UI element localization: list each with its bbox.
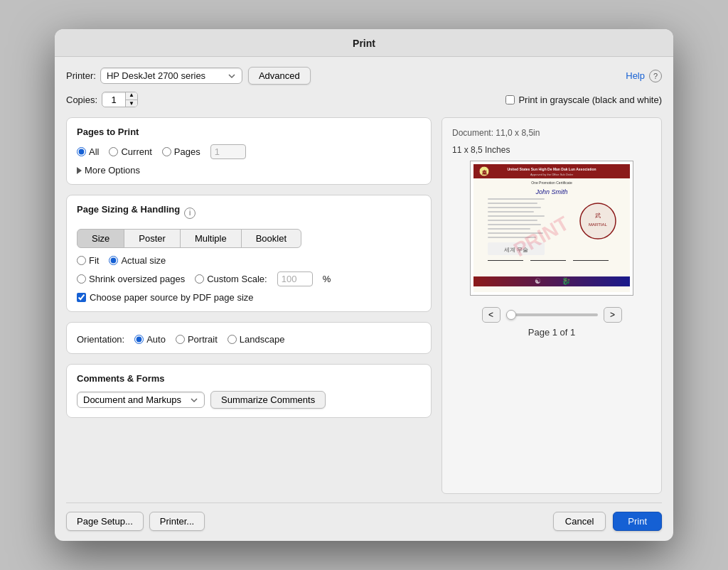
fit-option[interactable]: Fit xyxy=(77,255,99,266)
page-sizing-section: Page Sizing & Handling i Size Poster Mul… xyxy=(66,195,432,312)
svg-rect-15 xyxy=(488,228,530,230)
svg-text:One Promotion Certificate: One Promotion Certificate xyxy=(531,181,572,185)
auto-label: Auto xyxy=(146,334,166,345)
printer-select[interactable]: HP DeskJet 2700 series xyxy=(100,68,242,84)
portrait-radio[interactable] xyxy=(176,335,185,344)
choose-paper-label: Choose paper source by PDF page size xyxy=(90,292,254,303)
svg-rect-11 xyxy=(488,211,534,213)
fit-radio[interactable] xyxy=(77,256,86,265)
landscape-option[interactable]: Landscape xyxy=(228,334,285,345)
actual-size-option[interactable]: Actual size xyxy=(109,255,166,266)
svg-rect-1 xyxy=(473,164,630,178)
actual-size-label: Actual size xyxy=(121,255,166,266)
copies-stepper: ▲ ▼ xyxy=(125,92,137,107)
svg-rect-9 xyxy=(488,203,537,204)
copies-input[interactable] xyxy=(102,95,125,105)
dialog-titlebar: Print xyxy=(55,29,673,57)
tab-multiple[interactable]: Multiple xyxy=(180,229,242,248)
more-options-label: More Options xyxy=(85,165,140,176)
shrink-scale-row: Shrink oversized pages Custom Scale: % xyxy=(77,271,421,286)
pages-to-print-section: Pages to Print All Current Pages xyxy=(66,117,432,185)
pages-radio[interactable] xyxy=(162,147,171,156)
help-link[interactable]: Help xyxy=(626,70,645,81)
tab-booklet[interactable]: Booklet xyxy=(241,229,301,248)
sizing-options: Fit Actual size Shrink oversized pages xyxy=(77,255,421,303)
all-option[interactable]: All xyxy=(77,146,99,157)
all-radio[interactable] xyxy=(77,147,86,156)
page-info: Page 1 of 1 xyxy=(528,327,576,338)
bottom-left: Page Setup... Printer... xyxy=(66,512,205,531)
custom-scale-radio[interactable] xyxy=(195,274,204,284)
summarize-comments-button[interactable]: Summarize Comments xyxy=(210,391,326,409)
choose-paper-checkbox[interactable] xyxy=(77,293,86,302)
svg-rect-14 xyxy=(488,224,541,225)
current-label: Current xyxy=(121,146,151,157)
svg-rect-13 xyxy=(488,220,537,221)
portrait-option[interactable]: Portrait xyxy=(176,334,218,345)
help-icon[interactable]: ? xyxy=(649,70,662,82)
svg-rect-10 xyxy=(488,207,541,208)
advanced-button[interactable]: Advanced xyxy=(248,67,311,85)
page-setup-button[interactable]: Page Setup... xyxy=(66,512,144,531)
top-bar: Printer: HP DeskJet 2700 series Advanced… xyxy=(66,67,662,85)
scale-input[interactable] xyxy=(277,271,313,286)
shrink-label: Shrink oversized pages xyxy=(89,274,185,284)
tab-poster[interactable]: Poster xyxy=(124,229,181,248)
portrait-label: Portrait xyxy=(188,334,218,345)
orientation-label: Orientation: xyxy=(77,334,124,345)
cancel-button[interactable]: Cancel xyxy=(553,512,606,531)
copies-decrement[interactable]: ▼ xyxy=(126,100,137,108)
svg-text:United States Sun High De Man : United States Sun High De Man Dak Lun As… xyxy=(507,167,596,171)
shrink-radio[interactable] xyxy=(77,274,86,284)
percent-label: % xyxy=(323,274,331,284)
bottom-bar: Page Setup... Printer... Cancel Print xyxy=(66,502,662,531)
auto-radio[interactable] xyxy=(134,335,144,344)
more-options[interactable]: More Options xyxy=(77,165,421,176)
dialog-body: Printer: HP DeskJet 2700 series Advanced… xyxy=(55,57,673,541)
comments-select[interactable]: Document and Markups Document Form Field… xyxy=(77,392,205,408)
landscape-radio[interactable] xyxy=(228,335,237,344)
copies-increment[interactable]: ▲ xyxy=(126,92,137,100)
left-panel: Pages to Print All Current Pages xyxy=(66,117,432,494)
preview-panel: Document: 11,0 x 8,5in 11 x 8,5 Inches 鑫… xyxy=(441,117,662,494)
grayscale-label[interactable]: Print in grayscale (black and white) xyxy=(505,95,662,105)
svg-text:☯: ☯ xyxy=(535,277,541,285)
grayscale-checkbox[interactable] xyxy=(505,95,515,104)
comments-row: Document and Markups Document Form Field… xyxy=(77,391,421,409)
pages-radio-row: All Current Pages xyxy=(77,144,421,159)
comments-forms-title: Comments & Forms xyxy=(77,373,421,384)
orientation-section: Orientation: Auto Portrait Landscape xyxy=(66,322,432,354)
svg-text:John Smith: John Smith xyxy=(535,188,567,195)
dialog-title: Print xyxy=(353,38,375,49)
svg-text:Approved by the Office Sub Ord: Approved by the Office Sub Order xyxy=(530,173,574,176)
print-button[interactable]: Print xyxy=(613,512,662,531)
page-sizing-info-icon[interactable]: i xyxy=(184,208,196,219)
svg-rect-29 xyxy=(573,260,609,261)
pages-option[interactable]: Pages xyxy=(162,146,200,157)
svg-text:鑫: 鑫 xyxy=(482,169,488,175)
printer-button[interactable]: Printer... xyxy=(149,512,205,531)
current-option[interactable]: Current xyxy=(109,146,151,157)
page-sizing-title-row: Page Sizing & Handling i xyxy=(77,204,421,222)
main-content: Pages to Print All Current Pages xyxy=(66,117,662,494)
page-slider[interactable] xyxy=(506,313,598,316)
shrink-option[interactable]: Shrink oversized pages xyxy=(77,274,185,284)
fit-label: Fit xyxy=(89,255,99,266)
pages-number-input[interactable] xyxy=(210,144,246,159)
preview-size-label: 11 x 8,5 Inches xyxy=(452,145,510,155)
printer-label: Printer: xyxy=(66,70,96,81)
preview-image: 鑫 United States Sun High De Man Dak Lun … xyxy=(470,161,633,296)
bottom-right: Cancel Print xyxy=(553,512,662,531)
svg-text:MARTIAL: MARTIAL xyxy=(589,222,608,227)
auto-option[interactable]: Auto xyxy=(134,334,166,345)
svg-rect-24 xyxy=(473,276,630,286)
actual-size-radio[interactable] xyxy=(109,256,118,265)
custom-scale-option[interactable]: Custom Scale: xyxy=(195,274,267,284)
tab-size[interactable]: Size xyxy=(77,229,124,248)
current-radio[interactable] xyxy=(109,147,118,156)
next-page-button[interactable]: > xyxy=(604,307,622,323)
custom-scale-label: Custom Scale: xyxy=(207,274,267,284)
grayscale-text: Print in grayscale (black and white) xyxy=(518,95,662,105)
doc-info: Document: 11,0 x 8,5in xyxy=(452,128,540,138)
prev-page-button[interactable]: < xyxy=(482,307,500,323)
